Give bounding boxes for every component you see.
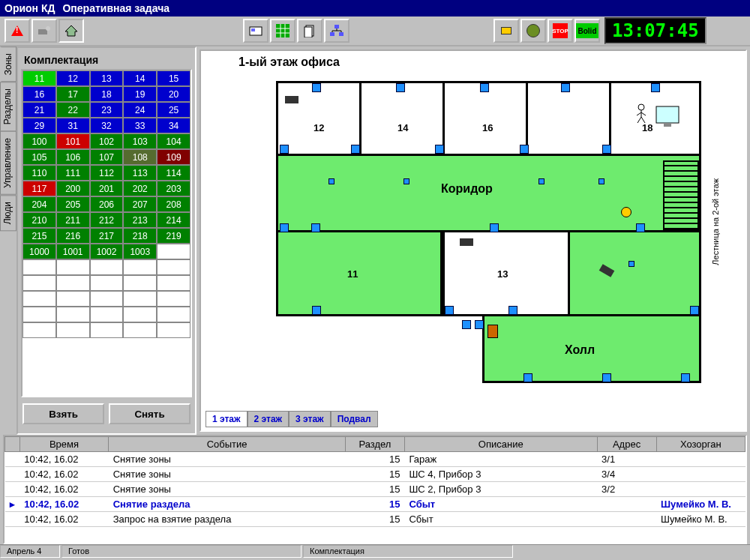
zone-cell[interactable]: 16 <box>22 86 56 102</box>
zone-cell[interactable]: 200 <box>56 181 90 196</box>
tab-control[interactable]: Управление <box>0 131 16 195</box>
home-button[interactable] <box>58 19 84 43</box>
zone-cell[interactable]: 111 <box>56 165 90 181</box>
log-row[interactable]: ▸10:42, 16.02Снятие раздела15СбытШумейко… <box>5 497 746 512</box>
sensor-icon[interactable] <box>312 83 321 92</box>
speaker-button[interactable] <box>494 19 519 43</box>
zone-cell[interactable]: 11 <box>22 70 56 86</box>
zone-cell[interactable]: 114 <box>157 165 190 181</box>
tab-floor2[interactable]: 2 этаж <box>248 411 290 427</box>
zone-cell[interactable]: 112 <box>90 165 124 181</box>
zone-cell[interactable]: 31 <box>56 118 90 133</box>
sensor-icon[interactable] <box>602 145 611 154</box>
zone-cell[interactable]: 216 <box>56 228 90 244</box>
zone-cell[interactable]: 1001 <box>56 244 90 259</box>
card-button[interactable] <box>243 19 268 43</box>
zone-cell[interactable]: 102 <box>90 133 124 149</box>
sensor-icon[interactable] <box>312 306 321 315</box>
sensor-icon[interactable] <box>351 145 360 154</box>
sensor-icon[interactable] <box>396 83 405 92</box>
zone-cell[interactable]: 113 <box>123 165 157 181</box>
zone-cell[interactable]: 117 <box>22 181 56 196</box>
zone-cell[interactable]: 218 <box>123 228 157 244</box>
zone-cell[interactable]: 15 <box>157 70 190 86</box>
sensor-icon[interactable] <box>602 373 611 382</box>
sensor-icon[interactable] <box>651 83 660 92</box>
zone-cell[interactable]: 215 <box>22 228 56 244</box>
zone-cell[interactable]: 110 <box>22 165 56 181</box>
sensor-icon[interactable] <box>690 306 699 315</box>
sensor-icon[interactable] <box>520 145 529 154</box>
tab-basement[interactable]: Подвал <box>331 411 378 427</box>
sensor-icon[interactable] <box>462 320 471 329</box>
tab-zones[interactable]: Зоны <box>0 46 16 82</box>
zone-cell[interactable]: 107 <box>90 149 124 165</box>
log-row[interactable]: 10:42, 16.02Запрос на взятие раздела15Сб… <box>5 512 746 527</box>
log-header[interactable] <box>5 437 20 452</box>
sensor-icon[interactable] <box>628 261 634 267</box>
zone-cell[interactable]: 12 <box>56 70 90 86</box>
zone-cell[interactable]: 1000 <box>22 244 56 259</box>
zone-cell[interactable]: 206 <box>90 196 124 212</box>
zone-cell[interactable]: 207 <box>123 196 157 212</box>
zone-cell[interactable]: 212 <box>90 212 124 228</box>
zone-cell[interactable]: 1002 <box>90 244 124 259</box>
bolid-button[interactable]: Bolid <box>574 19 600 43</box>
zone-cell[interactable]: 208 <box>157 196 190 212</box>
sensor-icon[interactable] <box>561 83 570 92</box>
zone-cell[interactable]: 210 <box>22 212 56 228</box>
zone-cell[interactable]: 214 <box>157 212 190 228</box>
sensor-icon[interactable] <box>475 320 484 329</box>
zone-cell[interactable]: 108 <box>123 149 157 165</box>
zone-cell[interactable]: 219 <box>157 228 190 244</box>
structure-button[interactable] <box>324 19 350 43</box>
sensor-icon[interactable] <box>328 178 334 184</box>
zone-cell[interactable]: 104 <box>157 133 190 149</box>
sensor-icon[interactable] <box>445 306 454 315</box>
sensor-icon[interactable] <box>598 178 604 184</box>
tab-floor3[interactable]: 3 этаж <box>289 411 331 427</box>
zone-cell[interactable]: 205 <box>56 196 90 212</box>
zone-cell[interactable]: 13 <box>90 70 124 86</box>
zone-cell[interactable]: 22 <box>56 102 90 118</box>
zone-cell[interactable]: 103 <box>123 133 157 149</box>
sensor-icon[interactable] <box>280 145 289 154</box>
sensor-icon[interactable] <box>435 145 444 154</box>
log-header[interactable]: Раздел <box>346 437 405 452</box>
docs-button[interactable] <box>297 19 322 43</box>
zone-cell[interactable]: 24 <box>123 102 157 118</box>
sensor-icon[interactable] <box>681 373 690 382</box>
log-row[interactable]: 10:42, 16.02Снятие зоны15ШС 4, Прибор 33… <box>5 467 746 482</box>
log-header[interactable]: Хозорган <box>656 437 745 452</box>
sensor-icon[interactable] <box>404 178 410 184</box>
zone-cell[interactable]: 211 <box>56 212 90 228</box>
log-row[interactable]: 10:42, 16.02Снятие зоны15ШС 2, Прибор 33… <box>5 482 746 497</box>
zone-cell[interactable]: 105 <box>22 149 56 165</box>
zone-cell[interactable]: 34 <box>157 118 190 133</box>
zone-cell[interactable]: 109 <box>157 149 190 165</box>
zone-cell[interactable]: 1003 <box>123 244 157 259</box>
zone-cell[interactable]: 19 <box>123 86 157 102</box>
zone-cell[interactable]: 202 <box>123 181 157 196</box>
sensor-icon[interactable] <box>280 223 289 232</box>
grid-button[interactable] <box>270 19 296 43</box>
log-header[interactable]: Описание <box>404 437 597 452</box>
take-button[interactable]: Взять <box>22 403 104 424</box>
sensor-icon[interactable] <box>524 373 532 382</box>
zone-cell[interactable]: 33 <box>123 118 157 133</box>
sensor-icon[interactable] <box>480 83 489 92</box>
sensor-icon[interactable] <box>311 223 320 232</box>
zone-cell[interactable]: 21 <box>22 102 56 118</box>
zone-cell[interactable]: 29 <box>22 118 56 133</box>
tab-people[interactable]: Люди <box>0 195 16 231</box>
zone-cell[interactable]: 32 <box>90 118 124 133</box>
zone-cell[interactable]: 20 <box>157 86 190 102</box>
zone-cell[interactable]: 217 <box>90 228 124 244</box>
zone-cell[interactable]: 17 <box>56 86 90 102</box>
zone-cell[interactable]: 204 <box>22 196 56 212</box>
tab-floor1[interactable]: 1 этаж <box>206 411 248 427</box>
stop-button[interactable]: STOP <box>548 19 573 43</box>
led-button[interactable] <box>520 19 546 43</box>
log-row[interactable]: 10:42, 16.02Снятие зоны15Гараж3/1 <box>5 452 746 467</box>
zone-cell[interactable]: 100 <box>22 133 56 149</box>
